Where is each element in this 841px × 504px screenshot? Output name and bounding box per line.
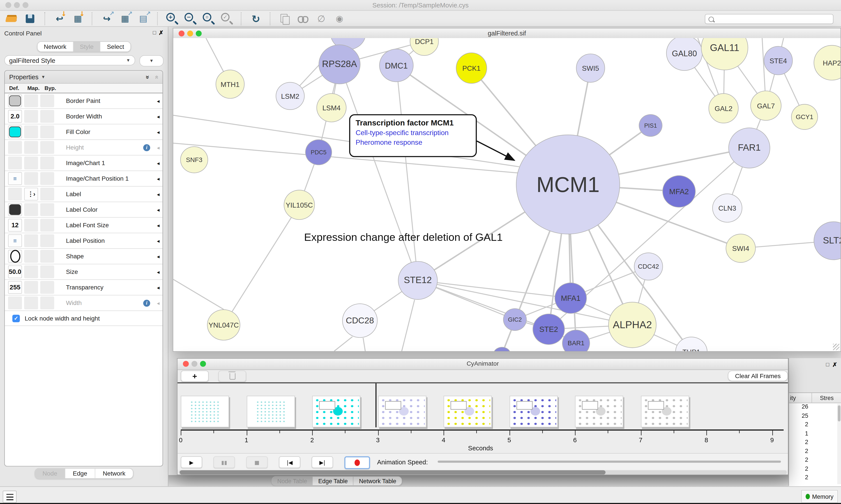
default-value-cell[interactable]: ≡ (8, 172, 22, 185)
expand-row-icon[interactable]: ◂ (154, 160, 162, 166)
property-row-label-position[interactable]: ≡Label Position◂ (5, 233, 162, 249)
expand-row-icon[interactable]: ◂ (154, 113, 162, 119)
table-row[interactable]: 26 (789, 403, 841, 412)
save-session-icon[interactable] (24, 12, 38, 25)
default-value-cell[interactable]: 12 (8, 219, 22, 232)
edge[interactable] (402, 300, 415, 351)
apply-layout-icon[interactable] (249, 12, 263, 25)
node-mcm1[interactable]: MCM1 (516, 134, 620, 234)
network-light-0[interactable] (179, 31, 185, 37)
edge[interactable] (223, 205, 299, 325)
property-row-border-paint[interactable]: Border Paint◂ (5, 93, 162, 109)
close-panel-icon[interactable]: ✗ (832, 361, 837, 368)
timeline-scrollbar[interactable] (179, 470, 787, 475)
expand-row-icon[interactable]: ◂ (154, 253, 162, 259)
node-mth1[interactable]: MTH1 (215, 70, 245, 98)
table-scrollbar[interactable] (837, 404, 841, 484)
table-row[interactable]: 25 (789, 412, 841, 421)
speed-slider[interactable] (437, 461, 781, 463)
info-icon[interactable]: i (143, 144, 150, 151)
node-alpha2[interactable]: ALPHA2 (608, 302, 656, 348)
clear-all-frames-button[interactable]: Clear All Frames (728, 371, 788, 381)
node-snf3[interactable]: SNF3 (180, 146, 208, 173)
property-row-shape[interactable]: Shape◂ (5, 249, 162, 264)
property-row-label-color[interactable]: Label Color◂ (5, 202, 162, 218)
skip-start-button[interactable]: |◀ (279, 456, 300, 468)
annotation-box[interactable]: Transcription factor MCM1 Cell-type-spec… (349, 114, 477, 157)
property-row-size[interactable]: 50.0Size◂ (5, 264, 162, 280)
memory-button[interactable]: Memory (801, 490, 838, 503)
column-header[interactable]: Stres (812, 393, 841, 403)
edge[interactable] (173, 280, 223, 309)
default-value-cell[interactable]: 2.0 (8, 110, 22, 123)
node-cln3[interactable]: CLN3 (712, 194, 742, 222)
node-table[interactable]: ity Stres 26252122222 (789, 393, 841, 486)
cyanimator-light-0[interactable] (183, 361, 189, 367)
node-rps28a[interactable]: RPS28A (319, 44, 360, 84)
skip-end-button[interactable]: ▶| (312, 456, 333, 468)
timeline-scrollbar-thumb[interactable] (180, 470, 605, 475)
playhead[interactable] (375, 383, 376, 427)
frame-thumbnail-3[interactable] (378, 396, 426, 427)
frame-thumbnail-4[interactable] (444, 396, 492, 427)
window-light-0[interactable] (5, 2, 11, 8)
panel-list-button[interactable] (3, 491, 17, 503)
zoom-fit-icon[interactable] (202, 12, 216, 25)
default-value-cell[interactable]: ≡ (8, 234, 22, 247)
style-selector[interactable]: galFiltered Style ▼ (4, 55, 135, 66)
mapping-cell[interactable]: ⋮› (24, 187, 38, 201)
frame-thumbnail-0[interactable] (181, 396, 229, 427)
expand-row-icon[interactable]: ◂ (154, 176, 162, 181)
table-scrollbar-thumb[interactable] (838, 405, 840, 421)
node-pck1[interactable]: PCK1 (456, 53, 487, 84)
expand-row-icon[interactable]: ◂ (154, 191, 162, 197)
node-dmc1[interactable]: DMC1 (379, 49, 413, 82)
network-window-titlebar[interactable]: galFiltered.sif (173, 29, 841, 39)
default-value-swatch[interactable] (8, 203, 22, 216)
frame-thumbnail-1[interactable] (246, 396, 294, 427)
cyanimator-titlebar[interactable]: CyAnimator (178, 359, 788, 370)
record-button[interactable] (344, 456, 370, 469)
zoom-in-icon[interactable] (165, 12, 179, 25)
timeline[interactable]: 0123456789 Seconds (178, 383, 788, 453)
export-table-icon[interactable] (118, 12, 132, 25)
table-row[interactable]: 2 (789, 448, 841, 456)
property-row-label[interactable]: ⋮›Label◂ (5, 186, 162, 202)
node-gcy1[interactable]: GCY1 (791, 104, 818, 130)
cyanimator-light-1[interactable] (192, 361, 197, 367)
node-swi5[interactable]: SWI5 (576, 54, 605, 83)
table-row[interactable]: 2 (789, 474, 841, 483)
network-canvas[interactable]: DCP1RPS28ADMC1PCK1SWI5GAL80GAL11STE4HAP2… (173, 38, 841, 351)
node-lsm4[interactable]: LSM4 (317, 93, 346, 122)
expand-row-icon[interactable]: ◂ (154, 129, 162, 135)
annotation-link[interactable]: Cell-type-specific transcription (356, 129, 470, 137)
property-row-image-chart-position-1[interactable]: ≡Image/Chart Position 1◂ (5, 171, 162, 186)
default-value-swatch[interactable] (8, 125, 22, 138)
expand-row-icon[interactable]: ◂ (154, 207, 162, 213)
edge[interactable] (363, 338, 365, 351)
node-ste2[interactable]: STE2 (533, 314, 565, 345)
float-panel-icon[interactable]: □ (153, 30, 156, 35)
edge[interactable] (339, 65, 418, 281)
tab-style[interactable]: Style (73, 42, 101, 51)
frame-thumbnail-5[interactable] (509, 396, 557, 427)
network-light-2[interactable] (196, 31, 202, 37)
node-lsm2[interactable]: LSM2 (276, 82, 305, 110)
node-ste12[interactable]: STE12 (398, 261, 437, 300)
import-network-icon[interactable] (53, 12, 67, 25)
expand-row-icon[interactable]: ◂ (154, 238, 162, 244)
table-row[interactable]: 1 (789, 430, 841, 438)
frame-thumbnail-7[interactable] (641, 396, 689, 427)
collapse-all-icon[interactable]: » (153, 75, 160, 78)
node-gal7[interactable]: GAL7 (750, 91, 782, 121)
default-value-swatch[interactable] (8, 94, 22, 107)
default-value-cell[interactable] (8, 250, 22, 263)
info-icon[interactable]: i (143, 300, 150, 307)
table-row[interactable]: 2 (789, 465, 841, 474)
property-row-image-chart-1[interactable]: Image/Chart 1◂ (5, 156, 162, 171)
export-network-icon[interactable] (100, 12, 114, 25)
table-row[interactable]: 2 (789, 456, 841, 465)
column-header[interactable]: ity (789, 393, 812, 403)
tab-edge-table[interactable]: Edge Table (313, 476, 354, 485)
table-column-headers[interactable]: ity Stres (789, 393, 841, 403)
